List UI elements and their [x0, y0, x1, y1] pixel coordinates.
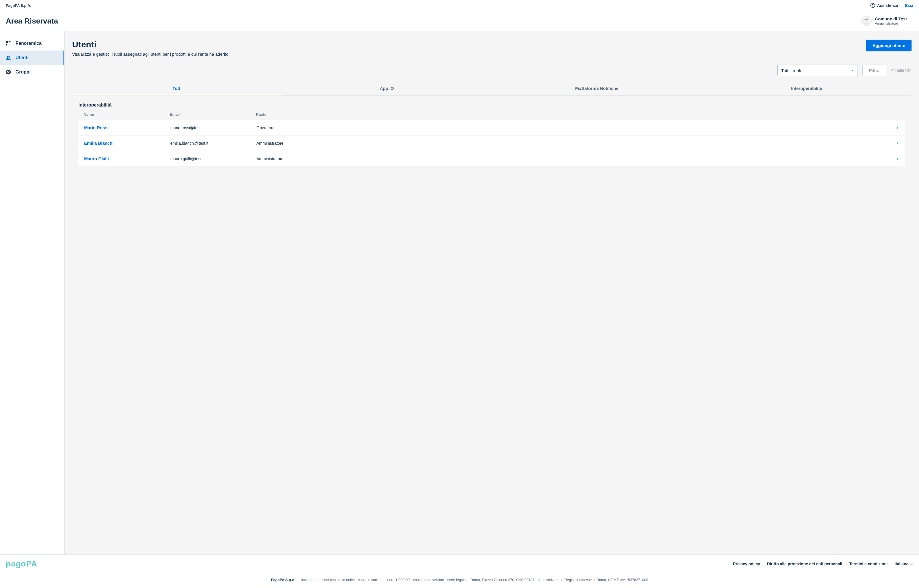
assistance-label: Assistenza	[877, 3, 898, 8]
language-selector[interactable]: Italiano	[895, 562, 913, 566]
chevron-right-icon	[895, 141, 900, 145]
tab-appio[interactable]: App IO	[282, 82, 492, 95]
page-title: Utenti	[72, 40, 230, 49]
sidebar: Panoramica Utenti Gruppi	[0, 31, 65, 554]
col-header-role: Ruolo	[256, 112, 900, 116]
sidebar-item-label: Gruppi	[16, 69, 31, 75]
col-header-email: Email	[170, 112, 256, 116]
user-row[interactable]: Mauro Gialli mauro.gialli@test.it Ammini…	[78, 151, 905, 166]
user-list: Mario Rossi mario.rossi@test.it Operator…	[78, 120, 905, 166]
area-dropdown[interactable]: Area Riservata	[6, 17, 64, 26]
dashboard-icon	[5, 40, 11, 47]
svg-point-11	[9, 71, 10, 72]
user-name-link[interactable]: Emilia Bianchi	[84, 141, 170, 145]
caret-down-icon	[60, 19, 64, 23]
svg-rect-5	[6, 44, 7, 46]
sidebar-item-gruppi[interactable]: Gruppi	[0, 65, 64, 79]
user-name-link[interactable]: Mauro Gialli	[84, 156, 170, 161]
footer-link-terms[interactable]: Termini e condizioni	[849, 562, 888, 566]
sidebar-item-utenti[interactable]: Utenti	[0, 50, 64, 65]
help-icon	[870, 3, 875, 8]
assistance-link[interactable]: Assistenza	[870, 3, 898, 8]
user-row[interactable]: Mario Rossi mario.rossi@test.it Operator…	[78, 120, 905, 135]
footer-legal: PagoPA S.p.A. — società per azioni con s…	[0, 573, 919, 587]
filter-button[interactable]: Filtra	[862, 65, 886, 76]
svg-point-10	[7, 71, 8, 72]
user-email: emilia.bianchi@test.it	[170, 141, 257, 145]
section-title: Interoperabilità	[72, 95, 911, 111]
user-role: Amministratore	[257, 157, 895, 161]
area-title-label: Area Riservata	[6, 17, 58, 26]
svg-rect-3	[9, 41, 11, 42]
svg-rect-6	[8, 44, 8, 45]
tab-interoperabilita[interactable]: Interoperabilità	[702, 82, 911, 95]
footer-legal-text: — società per azioni con socio unico - c…	[296, 578, 648, 582]
user-email: mauro.gialli@test.it	[170, 157, 257, 161]
role-select-value: Tutti i ruoli	[781, 68, 801, 73]
tab-piattaforma-notifiche[interactable]: Piattaforma Notifiche	[492, 82, 702, 95]
org-switcher[interactable]: Comune di Test Amministratore	[861, 16, 913, 26]
chevron-down-icon	[910, 562, 913, 565]
caret-down-icon	[851, 69, 854, 72]
brand-label: PagoPA S.p.A.	[6, 3, 31, 8]
svg-rect-4	[9, 43, 10, 44]
page-description: Visualizza e gestisci i ruoli assegnati …	[72, 52, 230, 57]
sidebar-item-label: Panoramica	[16, 41, 42, 46]
col-header-name: Nome	[84, 112, 170, 116]
main-content: Utenti Visualizza e gestisci i ruoli ass…	[65, 31, 919, 554]
user-email: mario.rossi@test.it	[170, 126, 257, 130]
footer-logo: pagoPA	[6, 559, 37, 569]
institution-icon	[864, 18, 869, 24]
chevron-right-icon	[895, 157, 900, 161]
tabs: Tutti App IO Piattaforma Notifiche Inter…	[72, 82, 911, 95]
footer: pagoPA Privacy policy Diritto alla prote…	[0, 554, 919, 587]
language-label: Italiano	[895, 562, 909, 566]
svg-rect-2	[6, 41, 8, 44]
chevron-right-icon	[895, 126, 900, 130]
org-name: Comune di Test	[875, 16, 907, 21]
tab-tutti[interactable]: Tutti	[72, 82, 282, 95]
footer-link-data[interactable]: Diritto alla protezione dei dati persona…	[767, 562, 842, 566]
caret-down-icon	[910, 19, 913, 23]
role-select[interactable]: Tutti i ruoli	[777, 65, 858, 76]
footer-link-privacy[interactable]: Privacy policy	[733, 562, 760, 566]
user-role: Amministratore	[257, 141, 895, 145]
user-role: Operatore	[257, 126, 895, 130]
clear-filters-link[interactable]: Annulla filtri	[891, 68, 911, 73]
org-role: Amministratore	[875, 21, 907, 26]
footer-legal-brand: PagoPA S.p.A.	[271, 578, 295, 582]
svg-point-7	[6, 56, 9, 58]
groups-icon	[5, 69, 11, 75]
svg-point-9	[6, 70, 11, 75]
users-icon	[5, 55, 11, 61]
user-row[interactable]: Emilia Bianchi emilia.bianchi@test.it Am…	[78, 135, 905, 151]
add-user-button[interactable]: Aggiungi utente	[866, 40, 911, 52]
table-header: Nome Email Ruolo	[72, 111, 911, 120]
headerbar: Area Riservata Comune di Test Amministra…	[0, 11, 919, 31]
sidebar-item-panoramica[interactable]: Panoramica	[0, 36, 64, 50]
org-avatar	[861, 16, 872, 26]
sidebar-item-label: Utenti	[16, 55, 28, 60]
user-name-link[interactable]: Mario Rossi	[84, 125, 170, 130]
svg-point-8	[9, 56, 10, 58]
exit-link[interactable]: Esci	[905, 3, 913, 8]
topbar: PagoPA S.p.A. Assistenza Esci	[0, 0, 919, 11]
